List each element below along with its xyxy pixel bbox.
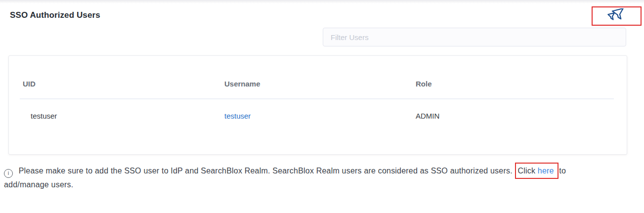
info-text: Please make sure to add the SSO user to …: [19, 167, 513, 175]
info-icon: i: [4, 169, 13, 178]
header-divider: [20, 98, 614, 99]
filter-users-input[interactable]: [323, 28, 626, 46]
info-note-line2: add/manage users.: [4, 180, 73, 189]
filter-annotation-box: [592, 6, 642, 26]
info-note: i Please make sure to add the SSO user t…: [4, 164, 642, 191]
click-text: Click: [517, 167, 535, 175]
column-header-uid: UID: [23, 80, 36, 88]
cell-username: testuser: [224, 112, 251, 120]
cell-role: ADMIN: [416, 112, 439, 120]
info-text-after: to: [559, 167, 566, 175]
sso-users-table: UID Username Role testuser testuser ADMI…: [8, 55, 627, 155]
page-title: SSO Authorized Users: [10, 10, 100, 20]
column-header-username: Username: [224, 80, 260, 88]
here-link[interactable]: here: [538, 167, 554, 175]
username-link[interactable]: testuser: [224, 112, 251, 120]
cell-uid: testuser: [31, 112, 57, 120]
info-note-line1: i Please make sure to add the SSO user t…: [4, 167, 566, 175]
column-header-role: Role: [416, 80, 432, 88]
top-edge-shade: [0, 0, 644, 3]
filter-icon: [607, 8, 627, 24]
filter-toggle-button[interactable]: [607, 8, 627, 24]
click-here-annotation-box: Click here: [515, 163, 558, 179]
